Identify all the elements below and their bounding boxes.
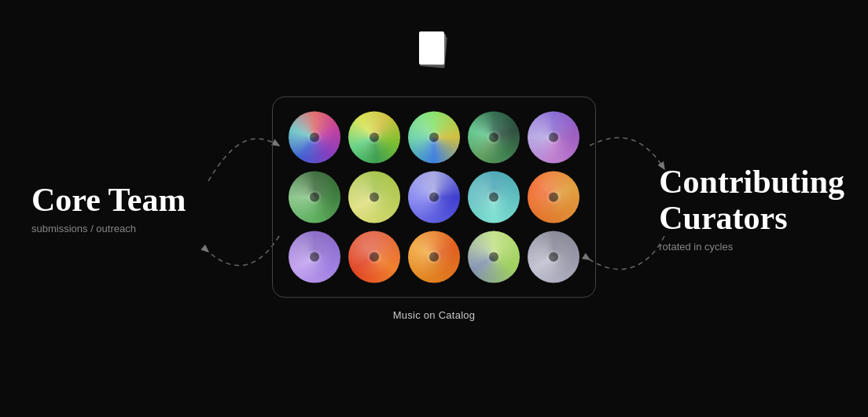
svg-rect-2 bbox=[419, 31, 444, 65]
main-scene: Core Team submissions / outreach Music o… bbox=[0, 0, 868, 417]
document-icon bbox=[414, 30, 454, 74]
disc-9 bbox=[468, 172, 520, 223]
disc-10 bbox=[528, 172, 579, 223]
curators-section: Contributing Curators rotated in cycles bbox=[659, 164, 844, 253]
disc-12 bbox=[348, 231, 400, 283]
disc-2 bbox=[348, 112, 400, 164]
disc-13 bbox=[408, 231, 460, 283]
curators-subtitle: rotated in cycles bbox=[659, 242, 733, 253]
catalog-section: Music on Catalog bbox=[272, 97, 596, 321]
disc-3 bbox=[408, 112, 460, 164]
disc-14 bbox=[468, 231, 520, 283]
disc-7 bbox=[348, 172, 400, 223]
disc-5 bbox=[528, 112, 579, 164]
catalog-grid bbox=[272, 97, 596, 298]
core-team-title: Core Team bbox=[31, 182, 186, 218]
catalog-label: Music on Catalog bbox=[393, 309, 476, 321]
curators-title: Contributing Curators bbox=[659, 164, 844, 236]
disc-8 bbox=[408, 172, 460, 223]
disc-1 bbox=[289, 112, 340, 164]
core-team-section: Core Team submissions / outreach bbox=[31, 182, 186, 234]
core-team-subtitle: submissions / outreach bbox=[31, 223, 136, 235]
disc-4 bbox=[468, 112, 520, 164]
disc-6 bbox=[289, 172, 340, 223]
disc-15 bbox=[528, 231, 579, 283]
disc-11 bbox=[289, 231, 340, 283]
